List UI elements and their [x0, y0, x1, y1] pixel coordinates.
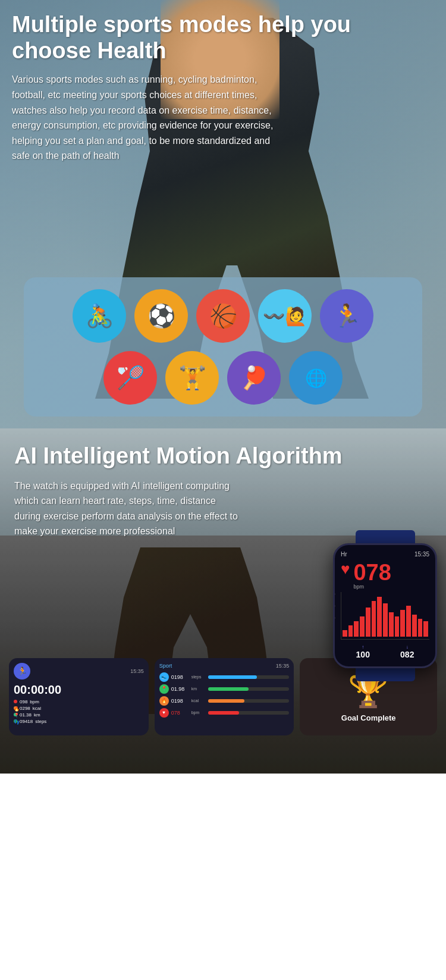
stat-steps: 👣 09418 steps: [14, 719, 144, 724]
chart-bar: [343, 630, 347, 637]
chart-bar: [377, 597, 382, 637]
chart-bar: [423, 621, 428, 637]
ai-content: AI Intelligent Motion Algorithm The watc…: [0, 428, 446, 539]
km-val: 01.98: [171, 686, 189, 692]
watch-side-button: [435, 575, 437, 593]
watch-screen: Hr 15:35 ♥ 078 bpm 200 150 100 50: [335, 545, 435, 663]
kcal-val: 0198: [171, 698, 189, 704]
ai-title: AI Intelligent Motion Algorithm: [14, 443, 432, 470]
sport-icon-weights[interactable]: 🏋️: [165, 351, 219, 405]
steps-value: 09418: [20, 719, 33, 724]
chart-bar: [389, 612, 394, 637]
chart-bar: [372, 601, 376, 637]
sport-stat-bpm: ♥ 078 bpm: [159, 708, 290, 718]
bpm-icon: ♥: [159, 708, 169, 718]
watch-large-body: Hr 15:35 ♥ 078 bpm 200 150 100 50: [333, 543, 437, 668]
dot-bpm: [14, 700, 17, 703]
bpm-val: 078: [171, 710, 189, 716]
hr-chart: 200 150 100 50: [341, 592, 429, 640]
km-icon: 📍: [159, 684, 169, 694]
sport-icon-soccer[interactable]: ⚽: [134, 289, 188, 343]
val-082: 082: [400, 650, 414, 659]
hero-text-block: Multiple sports modes help you choose He…: [0, 0, 446, 170]
sports-row-2: 🏸 🏋️ 🏓 🌐: [30, 351, 416, 405]
val-100: 100: [356, 650, 370, 659]
steps-bar: [208, 675, 257, 679]
steps-icon: 👟: [159, 672, 169, 682]
sport-icon-running[interactable]: 🏃: [320, 289, 373, 343]
runner-icon: 🏃: [14, 663, 30, 680]
kcal-unit: kcal: [191, 699, 206, 703]
card-activity-header: 🏃 15:35: [14, 663, 144, 680]
sport-icon-basketball[interactable]: 🏀: [196, 289, 250, 343]
km-unit: km: [191, 687, 206, 691]
steps-unit: steps: [191, 675, 206, 679]
ai-description: The watch is equipped with AI intelligen…: [14, 478, 240, 539]
stat-bpm: 098 bpm: [14, 699, 144, 705]
sports-modes-panel: 🚴 ⚽ 🏀 〰️🙋 🏃 🏸 🏋️ 🏓 🌐: [24, 277, 422, 417]
watch-header-row: Hr 15:35: [341, 551, 429, 558]
kcal-label: kcal: [33, 706, 41, 711]
chart-bar: [354, 621, 359, 637]
chart-bars: [341, 592, 429, 637]
bpm-unit: bpm: [191, 710, 206, 715]
stat-km: 📍 01.38 km: [14, 712, 144, 718]
sport-stat-kcal: 🔥 0198 kcal: [159, 696, 290, 706]
chart-bar: [348, 625, 353, 637]
steps-label: steps: [35, 719, 46, 724]
watch-time: 15:35: [414, 551, 429, 558]
km-value: 01.38: [20, 712, 32, 718]
chart-bar: [400, 610, 405, 637]
steps-val: 0198: [171, 674, 189, 680]
bpm-bar: [208, 711, 239, 715]
arrow-up-icon: ↑: [356, 644, 370, 650]
kcal-icon: 🔥: [159, 696, 169, 706]
chart-bar: [360, 616, 365, 637]
hero-section: Multiple sports modes help you choose He…: [0, 0, 446, 428]
sport-icon-cycling[interactable]: 🚴: [73, 289, 126, 343]
watch-hr-row: ♥ 078 bpm: [341, 561, 429, 590]
heart-icon: ♥: [341, 561, 350, 577]
chart-bar: [383, 603, 388, 637]
card-sport: Sport 15:35 👟 0198 steps 📍 01.98 km: [155, 658, 294, 735]
stat-kcal: 🔥 0298 kcal: [14, 706, 144, 711]
card-sport-header: Sport 15:35: [159, 663, 290, 669]
activity-duration: 00:00:00: [14, 683, 144, 697]
chart-bar: [412, 615, 417, 637]
kcal-value: 0298: [20, 706, 30, 711]
watch-hr-label: Hr: [341, 551, 347, 558]
sport-label: Sport: [159, 663, 172, 669]
sport-icon-other[interactable]: 🌐: [289, 351, 343, 405]
sport-time: 15:35: [276, 663, 290, 669]
steps-bar-bg: [208, 675, 290, 679]
watch-band-top: [356, 530, 415, 543]
hero-description: Various sports modes such as running, cy…: [12, 72, 285, 164]
watch-band-bottom: [356, 668, 415, 681]
chart-bar: [366, 608, 370, 637]
sport-stat-steps: 👟 0198 steps: [159, 672, 290, 682]
bpm-label: bpm: [30, 699, 39, 705]
km-bar: [208, 687, 249, 691]
sport-icon-pingpong[interactable]: 🏓: [227, 351, 281, 405]
watch-bottom-values: ↑ 100 ↓ 082: [341, 644, 429, 659]
chart-bar: [418, 619, 423, 637]
chart-bar: [395, 616, 400, 637]
watch-val-right: ↓ 082: [400, 644, 414, 659]
bpm-bar-bg: [208, 711, 290, 715]
sport-icon-badminton[interactable]: 🏸: [103, 351, 157, 405]
hero-title: Multiple sports modes help you choose He…: [12, 12, 434, 64]
ai-section: AI Intelligent Motion Algorithm The watc…: [0, 428, 446, 774]
watch-val-left: ↑ 100: [356, 644, 370, 659]
kcal-bar: [208, 699, 245, 703]
km-label: km: [34, 712, 40, 718]
hr-value: 078: [353, 561, 391, 584]
sport-icon-jumprope[interactable]: 〰️🙋: [258, 289, 312, 343]
dot-kcal: 🔥: [14, 706, 17, 710]
card-activity: 🏃 15:35 00:00:00 098 bpm 🔥 0298 kcal 📍 0…: [9, 658, 149, 735]
bpm-value: 098: [20, 699, 27, 705]
kcal-bar-bg: [208, 699, 290, 703]
activity-time: 15:35: [130, 668, 144, 674]
sport-stat-km: 📍 01.98 km: [159, 684, 290, 694]
dot-km: 📍: [14, 713, 17, 716]
dot-steps: 👣: [14, 719, 17, 723]
